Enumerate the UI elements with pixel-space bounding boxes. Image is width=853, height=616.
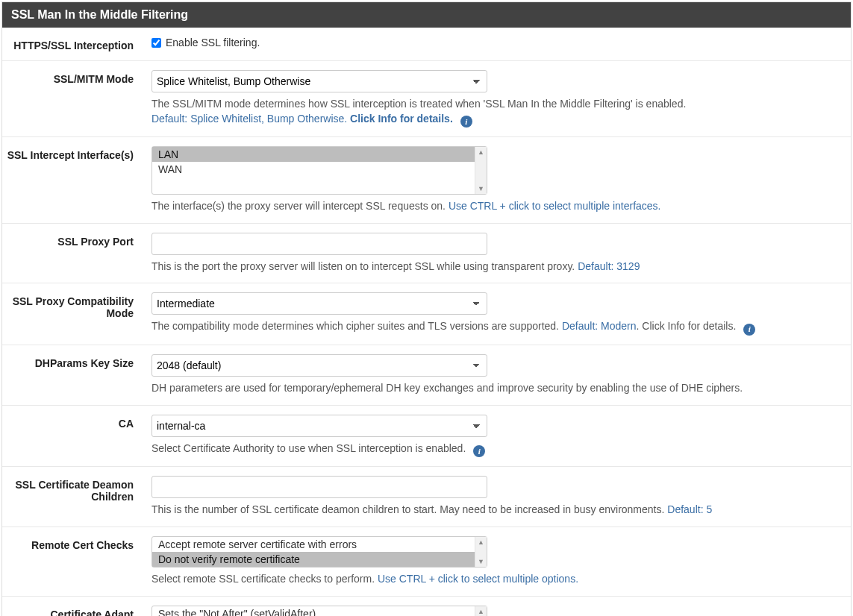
label-ca: CA bbox=[2, 415, 151, 458]
chevron-up-icon: ▲ bbox=[478, 608, 484, 615]
chevron-down-icon: ▼ bbox=[478, 558, 484, 565]
ca-help: Select Certificate Authority to use when… bbox=[151, 441, 842, 458]
proxy-port-default-link[interactable]: Default: 3129 bbox=[578, 260, 640, 272]
scrollbar[interactable]: ▲ ▼ bbox=[475, 147, 487, 194]
info-icon[interactable]: i bbox=[473, 445, 485, 457]
panel-title: SSL Man In the Middle Filtering bbox=[2, 2, 851, 28]
intercept-interfaces-help: The interface(s) the proxy server will i… bbox=[151, 199, 842, 214]
proxy-port-input[interactable] bbox=[151, 233, 487, 255]
remote-check-option-accept-errors[interactable]: Accept remote server certificate with er… bbox=[152, 537, 475, 552]
proxy-port-help: This is the port the proxy server will l… bbox=[151, 260, 842, 274]
row-https-interception: HTTPS/SSL Interception Enable SSL filter… bbox=[2, 28, 851, 61]
mitm-mode-click-info[interactable]: Click Info for details. bbox=[350, 113, 453, 125]
label-mitm-mode: SSL/MITM Mode bbox=[2, 70, 151, 128]
scrollbar[interactable]: ▲ ▼ bbox=[475, 537, 487, 567]
certificate-adapt-select[interactable]: Sets the "Not After" (setValidAfter) Set… bbox=[151, 606, 487, 616]
row-cert-daemon-children: SSL Certificate Deamon Children This is … bbox=[2, 467, 851, 527]
enable-ssl-filtering-label[interactable]: Enable SSL filtering. bbox=[151, 37, 842, 48]
row-remote-cert-checks: Remote Cert Checks Accept remote server … bbox=[2, 527, 851, 597]
cert-adapt-option-valid-after[interactable]: Sets the "Not After" (setValidAfter) bbox=[152, 606, 475, 616]
scrollbar[interactable]: ▲ ▼ bbox=[475, 606, 487, 616]
cert-daemon-children-help: This is the number of SSL certificate de… bbox=[151, 503, 842, 518]
row-dhparams: DHParams Key Size 2048 (default) DH para… bbox=[2, 345, 851, 406]
mitm-mode-help: The SSL/MITM mode determines how SSL int… bbox=[151, 97, 842, 128]
chevron-up-icon: ▲ bbox=[478, 538, 484, 546]
mitm-mode-default-link[interactable]: Default: Splice Whitelist, Bump Otherwis… bbox=[151, 113, 347, 125]
label-cert-daemon-children: SSL Certificate Deamon Children bbox=[2, 476, 151, 518]
info-icon[interactable]: i bbox=[743, 324, 755, 336]
chevron-down-icon: ▼ bbox=[478, 185, 484, 192]
label-dhparams: DHParams Key Size bbox=[2, 354, 151, 396]
interface-option-lan[interactable]: LAN bbox=[152, 147, 475, 162]
remote-check-option-no-verify[interactable]: Do not verify remote certificate bbox=[152, 552, 475, 567]
label-certificate-adapt: Certificate Adapt bbox=[2, 606, 151, 616]
intercept-interfaces-select[interactable]: LAN WAN ▲ ▼ bbox=[151, 146, 487, 195]
enable-ssl-filtering-checkbox[interactable] bbox=[151, 38, 161, 48]
row-compat-mode: SSL Proxy Compatibility Mode Intermediat… bbox=[2, 283, 851, 345]
dhparams-help: DH parameters are used for temporary/eph… bbox=[151, 381, 842, 396]
label-https-interception: HTTPS/SSL Interception bbox=[2, 37, 151, 51]
remote-cert-checks-help: Select remote SSL certificate checks to … bbox=[151, 572, 842, 587]
label-proxy-port: SSL Proxy Port bbox=[2, 233, 151, 274]
mitm-mode-select[interactable]: Splice Whitelist, Bump Otherwise bbox=[151, 70, 487, 92]
row-intercept-interfaces: SSL Intercept Interface(s) LAN WAN ▲ ▼ T… bbox=[2, 137, 851, 224]
ssl-mitm-panel: SSL Man In the Middle Filtering HTTPS/SS… bbox=[1, 1, 852, 616]
row-certificate-adapt: Certificate Adapt Sets the "Not After" (… bbox=[2, 597, 851, 616]
compat-mode-default-link[interactable]: Default: Modern bbox=[562, 320, 637, 332]
row-proxy-port: SSL Proxy Port This is the port the prox… bbox=[2, 224, 851, 284]
ca-select[interactable]: internal-ca bbox=[151, 415, 487, 437]
intercept-interfaces-hint-link[interactable]: Use CTRL + click to select multiple inte… bbox=[449, 200, 661, 212]
cert-daemon-children-input[interactable] bbox=[151, 476, 487, 498]
dhparams-select[interactable]: 2048 (default) bbox=[151, 354, 487, 377]
cert-daemon-default-link[interactable]: Default: 5 bbox=[667, 503, 712, 515]
remote-cert-checks-select[interactable]: Accept remote server certificate with er… bbox=[151, 536, 487, 568]
label-intercept-interfaces: SSL Intercept Interface(s) bbox=[2, 146, 151, 214]
label-remote-cert-checks: Remote Cert Checks bbox=[2, 536, 151, 587]
interface-option-wan[interactable]: WAN bbox=[152, 162, 475, 177]
chevron-up-icon: ▲ bbox=[478, 148, 484, 156]
row-ca: CA internal-ca Select Certificate Author… bbox=[2, 406, 851, 468]
enable-ssl-filtering-text: Enable SSL filtering. bbox=[166, 37, 260, 48]
compat-mode-select[interactable]: Intermediate bbox=[151, 292, 487, 315]
row-mitm-mode: SSL/MITM Mode Splice Whitelist, Bump Oth… bbox=[2, 61, 851, 137]
info-icon[interactable]: i bbox=[460, 116, 472, 128]
label-compat-mode: SSL Proxy Compatibility Mode bbox=[2, 292, 151, 336]
compat-mode-help: The compatibility mode determines which … bbox=[151, 319, 842, 336]
remote-cert-checks-hint-link[interactable]: Use CTRL + click to select multiple opti… bbox=[378, 573, 578, 585]
